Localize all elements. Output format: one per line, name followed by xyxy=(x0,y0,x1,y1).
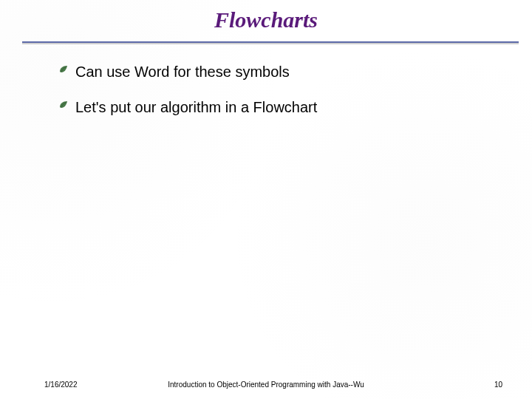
leaf-bullet-icon xyxy=(59,100,69,115)
title-underline xyxy=(22,41,519,44)
slide: Flowcharts Can use Word for these symbol… xyxy=(0,0,532,399)
footer-center: Introduction to Object-Oriented Programm… xyxy=(0,381,532,389)
list-item: Let's put our algorithm in a Flowchart xyxy=(59,98,488,117)
footer-page-number: 10 xyxy=(494,381,502,389)
list-item-text: Can use Word for these symbols xyxy=(75,62,290,81)
slide-title: Flowcharts xyxy=(0,7,532,33)
leaf-bullet-icon xyxy=(59,65,69,80)
list-item: Can use Word for these symbols xyxy=(59,62,488,81)
slide-body: Can use Word for these symbols Let's put… xyxy=(59,62,488,133)
list-item-text: Let's put our algorithm in a Flowchart xyxy=(75,98,317,117)
